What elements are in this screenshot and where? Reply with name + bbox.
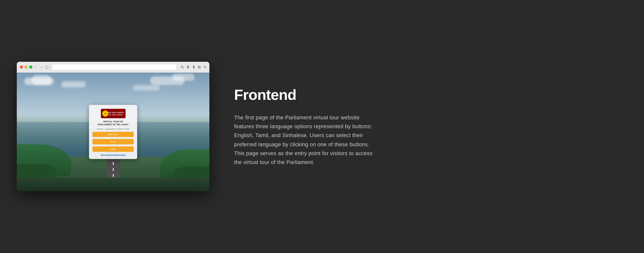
minimize-button[interactable]: [24, 66, 28, 69]
sidebar-toggle-button[interactable]: ◫: [45, 65, 49, 69]
download-button[interactable]: ⬇: [186, 65, 190, 69]
reload-button[interactable]: ↻: [181, 65, 184, 69]
cloud-2: [32, 75, 51, 85]
parliament-logo: ⚜ THE PARLIAMENT OF SRI LANKA: [101, 109, 126, 118]
cloud-6: [133, 85, 160, 90]
new-tab-button[interactable]: +: [204, 64, 206, 70]
panel-title: Frontend: [234, 86, 619, 103]
close-button[interactable]: [20, 66, 23, 69]
right-panel: Frontend The first page of the Parliamen…: [210, 67, 644, 187]
maximize-button[interactable]: [29, 66, 32, 69]
panel-description: The first page of the Parliament virtual…: [234, 113, 377, 167]
cloud-5: [172, 74, 194, 81]
language-dialog: ⚜ THE PARLIAMENT OF SRI LANKA VIRTUAL TO…: [89, 105, 137, 159]
forward-button[interactable]: ›: [40, 65, 43, 70]
logo-text: THE PARLIAMENT OF SRI LANKA: [108, 111, 124, 116]
webpage-viewport: ⚜ THE PARLIAMENT OF SRI LANKA VIRTUAL TO…: [17, 73, 210, 191]
toolbar-icons: ↻ ⬇ ⬆ ⧉: [181, 65, 200, 69]
watch-video-link[interactable]: WATCH BACKGROUND VIDEO: [101, 154, 126, 155]
tabs-button[interactable]: ⧉: [198, 65, 200, 69]
back-button[interactable]: ‹: [34, 65, 38, 70]
language-label: SELECT LANGUAGE TO START TOUR: [97, 128, 130, 130]
traffic-lights: [20, 66, 32, 69]
browser-chrome: ‹ › ◫ ↻ ⬇ ⬆ ⧉ +: [17, 62, 210, 73]
url-bar[interactable]: [52, 64, 177, 70]
share-button[interactable]: ⬆: [192, 65, 195, 69]
english-button[interactable]: ENGLISH: [92, 132, 134, 137]
cloud-3: [61, 81, 86, 88]
dialog-title: VIRTUAL TOUR OF PARLIAMENT OF SRI LANKA: [98, 120, 129, 126]
sinhala-button[interactable]: සිංහල: [92, 139, 134, 144]
ground: [17, 178, 210, 191]
browser-window: ‹ › ◫ ↻ ⬇ ⬆ ⧉ +: [17, 62, 210, 191]
tamil-button[interactable]: தமிழ்: [92, 146, 134, 152]
